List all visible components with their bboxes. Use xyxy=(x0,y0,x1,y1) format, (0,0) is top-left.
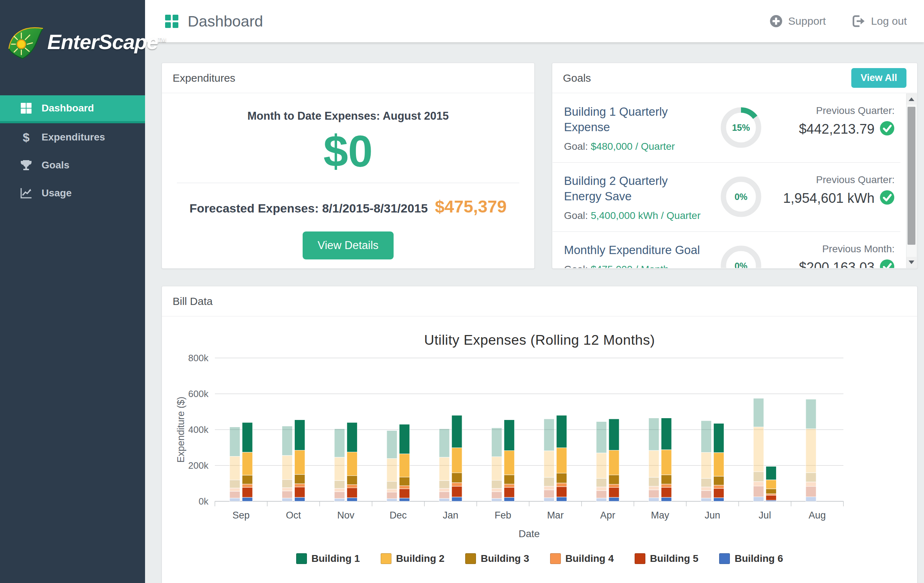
scrollbar-up-button[interactable] xyxy=(906,94,916,105)
topbar: Dashboard Support Log out xyxy=(145,0,924,42)
goal-row: Building 1 Quarterly ExpenseGoal: $480,0… xyxy=(553,94,900,163)
svg-text:400k: 400k xyxy=(188,424,209,435)
topbar-actions: Support Log out xyxy=(770,15,907,28)
expenditures-card: Expenditures Month to Date Expenses: Aug… xyxy=(162,63,535,269)
page-title-text: Dashboard xyxy=(188,13,263,30)
goal-target: Goal: $480,000 / Quarter xyxy=(564,141,708,152)
triangle-up-icon xyxy=(909,97,914,101)
sidebar-item-dashboard[interactable]: Dashboard xyxy=(0,95,145,123)
view-all-button[interactable]: View All xyxy=(851,68,906,88)
scrollbar-down-button[interactable] xyxy=(906,257,916,268)
main-content: Expenditures Month to Date Expenses: Aug… xyxy=(145,42,924,583)
legend-item[interactable]: Building 3 xyxy=(465,553,529,564)
scrollbar-track[interactable] xyxy=(906,94,917,268)
svg-text:May: May xyxy=(651,510,670,521)
sidebar-item-label: Dashboard xyxy=(41,102,94,114)
bill-data-card-header: Bill Data xyxy=(162,286,917,316)
legend-item[interactable]: Building 6 xyxy=(719,553,783,564)
legend-swatch xyxy=(635,553,645,564)
check-circle-icon xyxy=(879,259,894,268)
brand-name: EnterScapeTM xyxy=(47,30,165,54)
sidebar-item-expenditures[interactable]: $ Expenditures xyxy=(0,123,145,151)
goals-card-title: Goals xyxy=(563,72,591,84)
legend-label: Building 3 xyxy=(481,553,529,564)
check-circle-icon xyxy=(879,190,894,206)
goal-row: Building 2 Quarterly Energy SaveGoal: 5,… xyxy=(553,163,900,232)
legend-label: Building 5 xyxy=(650,553,698,564)
view-details-button[interactable]: View Details xyxy=(303,231,394,259)
previous-value: $442,213.79 xyxy=(799,121,874,137)
usage-chart-icon xyxy=(18,187,35,199)
previous-value-row: $442,213.79 xyxy=(776,121,894,137)
legend-label: Building 2 xyxy=(396,553,444,564)
legend-label: Building 1 xyxy=(312,553,360,564)
legend-swatch xyxy=(550,553,561,564)
svg-text:800k: 800k xyxy=(188,353,209,363)
previous-value-row: $200,163.03 xyxy=(776,259,894,268)
sidebar-item-usage[interactable]: Usage xyxy=(0,179,145,207)
svg-text:Jan: Jan xyxy=(443,510,459,521)
svg-text:Sep: Sep xyxy=(233,510,250,521)
legend-swatch xyxy=(719,553,730,564)
check-circle-icon xyxy=(879,121,894,137)
previous-period-label: Previous Quarter: xyxy=(776,105,894,116)
brand-logo[interactable]: EnterScapeTM xyxy=(0,0,145,72)
svg-text:Mar: Mar xyxy=(547,510,564,521)
sidebar: EnterScapeTM Dashboard $ Expenditures xyxy=(0,0,145,583)
goal-target-value: $480,000 / Quarter xyxy=(591,141,675,152)
app-root: { "header": { "title": "Dashboard", "sup… xyxy=(0,0,924,583)
legend-item[interactable]: Building 4 xyxy=(550,553,614,564)
goal-target-value: $475,000 / Month xyxy=(591,264,669,268)
svg-text:Date: Date xyxy=(518,528,540,539)
svg-text:Jul: Jul xyxy=(759,510,771,521)
goal-progress-donut: 0% xyxy=(718,173,764,221)
expenditures-card-body: Month to Date Expenses: August 2015 $0 F… xyxy=(162,93,535,259)
previous-value: $200,163.03 xyxy=(799,260,874,268)
goal-title-link[interactable]: Building 2 Quarterly Energy Save xyxy=(564,173,708,204)
previous-period-label: Previous Quarter: xyxy=(776,174,894,186)
utility-chart: 0k200k400k600k800kExpenditure ($)SepOctN… xyxy=(162,351,917,541)
sidebar-item-label: Expenditures xyxy=(41,132,105,143)
chart-title: Utility Expenses (Rolling 12 Months) xyxy=(162,332,917,348)
logout-link[interactable]: Log out xyxy=(851,15,907,28)
scrollbar-thumb[interactable] xyxy=(908,107,916,245)
legend-item[interactable]: Building 1 xyxy=(296,553,360,564)
mtd-expenses-label: Month to Date Expenses: August 2015 xyxy=(162,110,535,122)
goal-target: Goal: $475,000 / Month xyxy=(564,264,708,268)
donut-percent-label: 15% xyxy=(718,104,764,151)
dashboard-grid-icon xyxy=(165,15,178,28)
expenditures-card-header: Expenditures xyxy=(162,63,535,93)
goal-progress-donut: 15% xyxy=(718,104,764,152)
legend-item[interactable]: Building 5 xyxy=(635,553,698,564)
forecast-amount: $475,379 xyxy=(435,197,507,216)
goal-info: Building 2 Quarterly Energy SaveGoal: 5,… xyxy=(564,173,711,221)
svg-text:0k: 0k xyxy=(199,496,209,507)
svg-text:Aug: Aug xyxy=(808,510,826,521)
dashboard-grid-icon xyxy=(18,102,35,114)
svg-text:600k: 600k xyxy=(188,388,209,399)
goal-target-label: Goal: xyxy=(564,264,591,268)
leaf-logo-icon xyxy=(4,19,50,64)
svg-text:Expenditure ($): Expenditure ($) xyxy=(175,397,186,463)
trophy-icon xyxy=(18,159,35,171)
previous-value-row: 1,954,601 kWh xyxy=(776,190,894,206)
legend-item[interactable]: Building 2 xyxy=(381,553,444,564)
legend-swatch xyxy=(381,553,391,564)
support-link[interactable]: Support xyxy=(770,15,826,28)
goal-row: Monthly Expenditure GoalGoal: $475,000 /… xyxy=(553,232,900,268)
goal-target-label: Goal: xyxy=(564,141,591,152)
sidebar-item-goals[interactable]: Goals xyxy=(0,151,145,179)
previous-period-label: Previous Month: xyxy=(776,243,894,255)
logout-icon xyxy=(851,15,865,28)
goal-target: Goal: 5,400,000 kWh / Quarter xyxy=(564,210,708,221)
sidebar-item-label: Usage xyxy=(41,187,72,199)
forecast-label: Forecasted Expenses: 8/1/2015-8/31/2015 xyxy=(190,201,427,215)
donut-percent-label: 0% xyxy=(718,243,764,268)
legend-swatch xyxy=(296,553,307,564)
legend-swatch xyxy=(465,553,476,564)
goal-target-value: 5,400,000 kWh / Quarter xyxy=(591,210,701,221)
svg-text:Nov: Nov xyxy=(337,510,355,521)
goal-title-link[interactable]: Building 1 Quarterly Expense xyxy=(564,104,708,135)
goal-title-link[interactable]: Monthly Expenditure Goal xyxy=(564,243,708,258)
triangle-down-icon xyxy=(909,261,914,264)
